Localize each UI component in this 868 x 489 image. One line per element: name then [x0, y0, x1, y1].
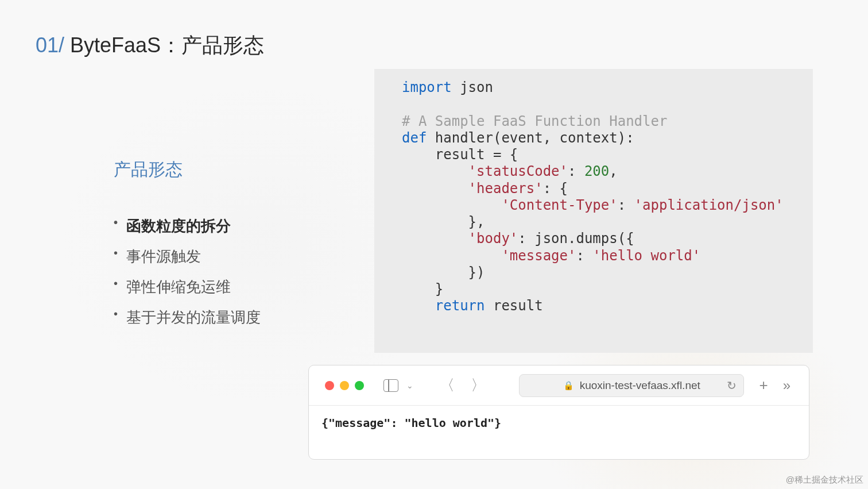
- forward-icon[interactable]: 〉: [471, 375, 486, 395]
- more-icon[interactable]: »: [783, 378, 790, 394]
- title-text: ByteFaaS：产品形态: [64, 33, 264, 57]
- back-icon[interactable]: 〈: [440, 375, 455, 395]
- sidebar-toggle-icon[interactable]: [383, 379, 398, 392]
- subtitle: 产品形态: [114, 158, 332, 182]
- url-bar[interactable]: 🔒 kuoxin-test-vefaas.xfl.net ↻: [519, 374, 744, 397]
- code-keyword: def: [402, 130, 427, 146]
- slide-title: 01/ ByteFaaS：产品形态: [36, 32, 264, 60]
- browser-toolbar: ⌄ 〈 〉 🔒 kuoxin-test-vefaas.xfl.net ↻ + »: [309, 365, 809, 406]
- browser-window: ⌄ 〈 〉 🔒 kuoxin-test-vefaas.xfl.net ↻ + »…: [308, 365, 809, 460]
- list-item: 基于并发的流量调度: [114, 307, 332, 328]
- watermark: @稀土掘金技术社区: [786, 475, 863, 486]
- browser-output: {"message": "hello world"}: [309, 406, 809, 440]
- traffic-lights: [325, 381, 364, 390]
- feature-list: 函数粒度的拆分 事件源触发 弹性伸缩免运维 基于并发的流量调度: [114, 216, 332, 328]
- left-panel: 产品形态 函数粒度的拆分 事件源触发 弹性伸缩免运维 基于并发的流量调度: [114, 158, 332, 338]
- code-comment: # A Sample FaaS Function Handler: [402, 113, 667, 129]
- minimize-icon[interactable]: [340, 381, 349, 390]
- title-number: 01/: [36, 33, 64, 57]
- url-text: kuoxin-test-vefaas.xfl.net: [580, 379, 700, 392]
- code-block: import json # A Sample FaaS Function Han…: [374, 69, 813, 353]
- list-item: 事件源触发: [114, 247, 332, 267]
- list-item: 弹性伸缩免运维: [114, 277, 332, 297]
- close-icon[interactable]: [325, 381, 334, 390]
- maximize-icon[interactable]: [355, 381, 364, 390]
- list-item: 函数粒度的拆分: [114, 216, 332, 236]
- lock-icon: 🔒: [563, 380, 574, 391]
- code-keyword: import: [402, 79, 452, 95]
- chevron-down-icon[interactable]: ⌄: [406, 381, 413, 390]
- nav-arrows: 〈 〉: [440, 375, 486, 395]
- reload-icon[interactable]: ↻: [727, 379, 737, 392]
- new-tab-icon[interactable]: +: [759, 376, 768, 394]
